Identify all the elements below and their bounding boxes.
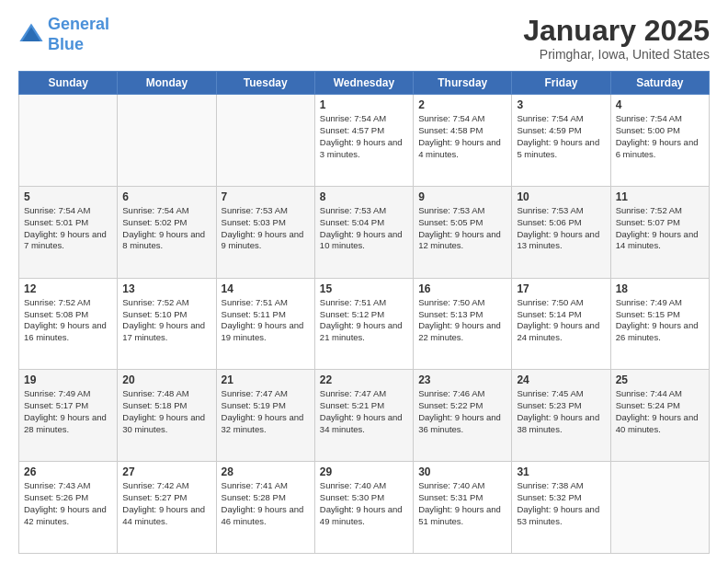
logo-line1: General [48, 15, 109, 33]
calendar-cell-w4-d7: 25Sunrise: 7:44 AMSunset: 5:24 PMDayligh… [610, 370, 709, 462]
day-number: 22 [320, 373, 408, 386]
day-number: 19 [24, 373, 112, 386]
day-info: Sunrise: 7:54 AMSunset: 4:58 PMDaylight:… [418, 113, 506, 160]
calendar-cell-w1-d6: 3Sunrise: 7:54 AMSunset: 4:59 PMDaylight… [512, 95, 610, 187]
day-number: 11 [616, 190, 704, 203]
calendar-cell-w2-d1: 5Sunrise: 7:54 AMSunset: 5:01 PMDaylight… [19, 186, 118, 278]
calendar-cell-w4-d6: 24Sunrise: 7:45 AMSunset: 5:23 PMDayligh… [512, 370, 610, 462]
calendar-table: Sunday Monday Tuesday Wednesday Thursday… [18, 71, 710, 554]
calendar-cell-w3-d2: 13Sunrise: 7:52 AMSunset: 5:10 PMDayligh… [118, 278, 216, 370]
day-info: Sunrise: 7:54 AMSunset: 5:02 PMDaylight:… [122, 205, 210, 252]
day-info: Sunrise: 7:47 AMSunset: 5:21 PMDaylight:… [320, 388, 408, 435]
day-info: Sunrise: 7:51 AMSunset: 5:12 PMDaylight:… [320, 297, 408, 344]
day-number: 27 [122, 465, 210, 478]
calendar-cell-w5-d2: 27Sunrise: 7:42 AMSunset: 5:27 PMDayligh… [118, 462, 216, 554]
day-number: 10 [517, 190, 605, 203]
calendar-cell-w5-d4: 29Sunrise: 7:40 AMSunset: 5:30 PMDayligh… [314, 462, 413, 554]
page-container: General Blue January 2025 Primghar, Iowa… [0, 0, 728, 563]
calendar-cell-w5-d6: 31Sunrise: 7:38 AMSunset: 5:32 PMDayligh… [512, 462, 610, 554]
day-number: 31 [517, 465, 605, 478]
calendar-cell-w4-d4: 22Sunrise: 7:47 AMSunset: 5:21 PMDayligh… [314, 370, 413, 462]
day-info: Sunrise: 7:52 AMSunset: 5:10 PMDaylight:… [122, 297, 210, 344]
calendar-cell-w4-d3: 21Sunrise: 7:47 AMSunset: 5:19 PMDayligh… [216, 370, 314, 462]
calendar-cell-w1-d4: 1Sunrise: 7:54 AMSunset: 4:57 PMDaylight… [314, 95, 413, 187]
calendar-cell-w2-d3: 7Sunrise: 7:53 AMSunset: 5:03 PMDaylight… [216, 186, 314, 278]
col-friday: Friday [512, 72, 610, 95]
day-number: 20 [122, 373, 210, 386]
day-info: Sunrise: 7:49 AMSunset: 5:17 PMDaylight:… [24, 388, 112, 435]
calendar-cell-w5-d5: 30Sunrise: 7:40 AMSunset: 5:31 PMDayligh… [414, 462, 512, 554]
day-info: Sunrise: 7:52 AMSunset: 5:07 PMDaylight:… [616, 205, 704, 252]
calendar-cell-w4-d2: 20Sunrise: 7:48 AMSunset: 5:18 PMDayligh… [118, 370, 216, 462]
calendar-cell-w5-d1: 26Sunrise: 7:43 AMSunset: 5:26 PMDayligh… [19, 462, 118, 554]
day-number: 24 [517, 373, 605, 386]
col-monday: Monday [118, 72, 216, 95]
calendar-cell-w2-d4: 8Sunrise: 7:53 AMSunset: 5:04 PMDaylight… [314, 186, 413, 278]
day-number: 9 [418, 190, 506, 203]
day-number: 2 [418, 98, 506, 111]
logo-line2: Blue [48, 35, 84, 53]
calendar-cell-w3-d7: 18Sunrise: 7:49 AMSunset: 5:15 PMDayligh… [610, 278, 709, 370]
day-info: Sunrise: 7:46 AMSunset: 5:22 PMDaylight:… [418, 388, 506, 435]
day-info: Sunrise: 7:48 AMSunset: 5:18 PMDaylight:… [122, 388, 210, 435]
day-info: Sunrise: 7:50 AMSunset: 5:14 PMDaylight:… [517, 297, 605, 344]
day-info: Sunrise: 7:43 AMSunset: 5:26 PMDaylight:… [24, 480, 112, 527]
calendar-cell-w1-d3 [216, 95, 314, 187]
calendar-cell-w1-d1 [19, 95, 118, 187]
day-number: 23 [418, 373, 506, 386]
calendar-cell-w2-d6: 10Sunrise: 7:53 AMSunset: 5:06 PMDayligh… [512, 186, 610, 278]
day-number: 4 [616, 98, 704, 111]
calendar-cell-w2-d2: 6Sunrise: 7:54 AMSunset: 5:02 PMDaylight… [118, 186, 216, 278]
day-info: Sunrise: 7:53 AMSunset: 5:03 PMDaylight:… [222, 205, 310, 252]
calendar-cell-w3-d3: 14Sunrise: 7:51 AMSunset: 5:11 PMDayligh… [216, 278, 314, 370]
title-block: January 2025 Primghar, Iowa, United Stat… [523, 15, 710, 62]
calendar-cell-w3-d4: 15Sunrise: 7:51 AMSunset: 5:12 PMDayligh… [314, 278, 413, 370]
logo-text: General Blue [48, 15, 109, 54]
header: General Blue January 2025 Primghar, Iowa… [18, 15, 710, 62]
day-number: 28 [222, 465, 310, 478]
day-info: Sunrise: 7:49 AMSunset: 5:15 PMDaylight:… [616, 297, 704, 344]
calendar-cell-w1-d7: 4Sunrise: 7:54 AMSunset: 5:00 PMDaylight… [610, 95, 709, 187]
col-tuesday: Tuesday [216, 72, 314, 95]
day-info: Sunrise: 7:40 AMSunset: 5:31 PMDaylight:… [418, 480, 506, 527]
calendar-cell-w1-d5: 2Sunrise: 7:54 AMSunset: 4:58 PMDaylight… [414, 95, 512, 187]
calendar-title: January 2025 [523, 15, 710, 47]
day-info: Sunrise: 7:53 AMSunset: 5:05 PMDaylight:… [418, 205, 506, 252]
day-number: 14 [222, 282, 310, 295]
day-number: 21 [222, 373, 310, 386]
col-saturday: Saturday [610, 72, 709, 95]
calendar-week-1: 1Sunrise: 7:54 AMSunset: 4:57 PMDaylight… [19, 95, 710, 187]
calendar-cell-w2-d5: 9Sunrise: 7:53 AMSunset: 5:05 PMDaylight… [414, 186, 512, 278]
day-info: Sunrise: 7:40 AMSunset: 5:30 PMDaylight:… [320, 480, 408, 527]
day-info: Sunrise: 7:54 AMSunset: 4:57 PMDaylight:… [320, 113, 408, 160]
calendar-cell-w4-d5: 23Sunrise: 7:46 AMSunset: 5:22 PMDayligh… [414, 370, 512, 462]
day-info: Sunrise: 7:41 AMSunset: 5:28 PMDaylight:… [222, 480, 310, 527]
calendar-week-2: 5Sunrise: 7:54 AMSunset: 5:01 PMDaylight… [19, 186, 710, 278]
col-sunday: Sunday [19, 72, 118, 95]
day-info: Sunrise: 7:42 AMSunset: 5:27 PMDaylight:… [122, 480, 210, 527]
day-number: 29 [320, 465, 408, 478]
col-wednesday: Wednesday [314, 72, 413, 95]
day-info: Sunrise: 7:45 AMSunset: 5:23 PMDaylight:… [517, 388, 605, 435]
calendar-week-3: 12Sunrise: 7:52 AMSunset: 5:08 PMDayligh… [19, 278, 710, 370]
day-number: 8 [320, 190, 408, 203]
day-info: Sunrise: 7:54 AMSunset: 5:01 PMDaylight:… [24, 205, 112, 252]
calendar-cell-w4-d1: 19Sunrise: 7:49 AMSunset: 5:17 PMDayligh… [19, 370, 118, 462]
calendar-week-5: 26Sunrise: 7:43 AMSunset: 5:26 PMDayligh… [19, 462, 710, 554]
day-number: 13 [122, 282, 210, 295]
day-number: 15 [320, 282, 408, 295]
calendar-week-4: 19Sunrise: 7:49 AMSunset: 5:17 PMDayligh… [19, 370, 710, 462]
day-info: Sunrise: 7:44 AMSunset: 5:24 PMDaylight:… [616, 388, 704, 435]
day-number: 26 [24, 465, 112, 478]
day-number: 12 [24, 282, 112, 295]
calendar-header-row: Sunday Monday Tuesday Wednesday Thursday… [19, 72, 710, 95]
logo: General Blue [18, 15, 109, 54]
col-thursday: Thursday [414, 72, 512, 95]
calendar-cell-w3-d1: 12Sunrise: 7:52 AMSunset: 5:08 PMDayligh… [19, 278, 118, 370]
day-info: Sunrise: 7:53 AMSunset: 5:04 PMDaylight:… [320, 205, 408, 252]
day-number: 16 [418, 282, 506, 295]
day-info: Sunrise: 7:47 AMSunset: 5:19 PMDaylight:… [222, 388, 310, 435]
day-number: 3 [517, 98, 605, 111]
day-info: Sunrise: 7:38 AMSunset: 5:32 PMDaylight:… [517, 480, 605, 527]
day-number: 7 [222, 190, 310, 203]
